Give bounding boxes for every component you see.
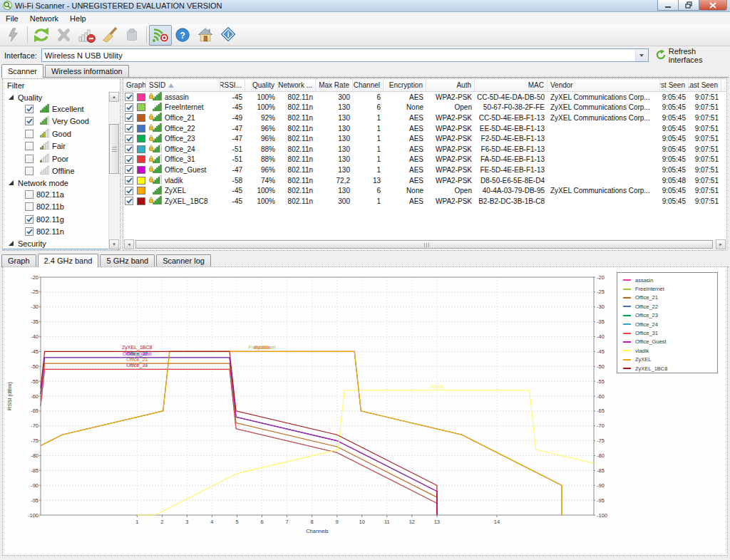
column-header-network[interactable]: Network ... bbox=[278, 79, 316, 91]
tab-graph[interactable]: Graph bbox=[1, 254, 36, 266]
close-button[interactable] bbox=[699, 0, 727, 11]
combobox-dropdown-button[interactable] bbox=[635, 49, 648, 61]
checkbox[interactable] bbox=[125, 113, 133, 122]
about-button[interactable]: i bbox=[217, 25, 240, 46]
tab-5-ghz-band[interactable]: 5 GHz band bbox=[100, 254, 155, 266]
checkbox[interactable] bbox=[25, 190, 34, 199]
maximize-button[interactable] bbox=[678, 0, 699, 11]
checkbox[interactable] bbox=[125, 176, 133, 185]
table-horizontal-scrollbar[interactable]: ◄ ► bbox=[124, 239, 726, 249]
checkbox[interactable] bbox=[125, 155, 133, 164]
column-header-mac[interactable]: MAC bbox=[475, 79, 548, 91]
filter-item-802-11g[interactable]: 802.11g bbox=[3, 213, 120, 226]
tab-scanner-log[interactable]: Scanner log bbox=[156, 254, 211, 266]
column-header-last_seen[interactable]: Last Seen bbox=[689, 79, 721, 91]
refresh-button[interactable] bbox=[30, 25, 53, 46]
filter-item-label: Fair bbox=[52, 142, 66, 150]
checkbox[interactable] bbox=[125, 197, 133, 205]
start-scan-button[interactable] bbox=[2, 25, 25, 46]
checkbox[interactable] bbox=[25, 117, 34, 125]
column-header-quality[interactable]: Quality bbox=[245, 79, 278, 91]
scrollbar-thumb[interactable] bbox=[135, 240, 713, 249]
filter-group-network-mode[interactable]: Network mode bbox=[3, 177, 120, 188]
column-header-rssi[interactable]: RSSI... bbox=[220, 79, 245, 91]
table-row-Office_21[interactable]: Office_21-4992%802.11n1301AESWPA2-PSKCC-… bbox=[123, 113, 726, 123]
cell-quality: 96% bbox=[245, 133, 278, 144]
table-row-vladik[interactable]: vladik-5874%802.11n72,213AESWPA2-PSKD8-5… bbox=[123, 175, 726, 186]
table-row-Office_31[interactable]: Office_31-5188%802.11n1301AESWPA2-PSKFA-… bbox=[123, 155, 726, 165]
filter-item-good[interactable]: Good bbox=[3, 128, 120, 140]
table-row-Office_Guest[interactable]: Office_Guest-4796%802.11n1301AESWPA2-PSK… bbox=[123, 165, 726, 175]
menu-help[interactable]: Help bbox=[64, 14, 92, 24]
filter-item-excellent[interactable]: Excellent bbox=[3, 103, 120, 115]
stop-scan-toggle[interactable] bbox=[149, 25, 172, 46]
table-row-Office_24[interactable]: Office_24-5188%802.11n1301AESWPA2-PSKF6-… bbox=[123, 144, 726, 155]
checkbox[interactable] bbox=[125, 135, 133, 143]
checkbox[interactable] bbox=[25, 105, 34, 113]
tab-scanner[interactable]: Scanner bbox=[1, 64, 43, 78]
menu-file[interactable]: File bbox=[0, 14, 24, 24]
scroll-up-arrow[interactable]: ▲ bbox=[109, 92, 119, 102]
table-row-ZyXEL[interactable]: ZyXEL-45100%802.11n1306NoneOpen40-4A-03-… bbox=[123, 185, 726, 196]
checkbox[interactable] bbox=[25, 215, 34, 224]
interface-combobox[interactable]: Wireless N USB Utility bbox=[41, 48, 649, 62]
column-header-graph[interactable]: Graph bbox=[123, 79, 146, 91]
filter-item-fair[interactable]: Fair bbox=[3, 140, 120, 153]
refresh-interfaces-button[interactable]: Refresh interfaces bbox=[656, 47, 730, 64]
checkbox[interactable] bbox=[125, 124, 133, 133]
checkbox[interactable] bbox=[25, 202, 34, 211]
table-row-FreeInternet[interactable]: FreeInternet-45100%802.11n1306NoneOpen50… bbox=[123, 103, 726, 113]
scroll-down-arrow[interactable]: ▼ bbox=[109, 239, 119, 249]
checkbox[interactable] bbox=[25, 130, 34, 138]
cell-first_seen: 9:05:45 bbox=[660, 103, 689, 113]
menu-network[interactable]: Network bbox=[24, 14, 64, 24]
checkbox[interactable] bbox=[125, 165, 133, 174]
delete-button[interactable] bbox=[53, 25, 76, 46]
filter-item-poor[interactable]: Poor bbox=[3, 152, 120, 165]
help-button[interactable]: ? bbox=[172, 25, 195, 46]
clear-button[interactable] bbox=[98, 25, 121, 46]
cell-value: 130 bbox=[338, 125, 350, 133]
filter-group-quality[interactable]: Quality bbox=[3, 92, 120, 103]
checkbox[interactable] bbox=[25, 155, 34, 163]
remove-signal-button[interactable] bbox=[76, 25, 98, 46]
tab-2-4-ghz-band[interactable]: 2.4 GHz band bbox=[38, 254, 99, 267]
checkbox[interactable] bbox=[25, 227, 34, 236]
filter-item-offline[interactable]: Offline bbox=[3, 165, 120, 178]
scroll-right-arrow[interactable]: ► bbox=[716, 239, 726, 249]
table-row-Office_22[interactable]: Office_22-4796%802.11n1301AESWPA2-PSKEE-… bbox=[123, 123, 726, 134]
scrollbar-thumb[interactable] bbox=[109, 124, 119, 174]
column-header-ssid[interactable]: SSID bbox=[146, 79, 220, 91]
checkbox[interactable] bbox=[25, 142, 34, 150]
interface-combobox-value: Wireless N USB Utility bbox=[45, 51, 123, 60]
column-header-encryption[interactable]: Encryption bbox=[384, 79, 426, 91]
column-header-vendor[interactable]: Vendor bbox=[548, 79, 660, 91]
table-row-ZyXEL_1BC8[interactable]: ZyXEL_1BC8-45100%802.11n3001AESWPA2-PSKB… bbox=[123, 196, 726, 207]
refresh-icon bbox=[656, 50, 666, 61]
column-header-auth[interactable]: Auth bbox=[426, 79, 475, 91]
minimize-button[interactable] bbox=[657, 0, 679, 11]
tab-wireless-information[interactable]: Wireless information bbox=[45, 65, 129, 77]
filter-item-802-11n[interactable]: 802.11n bbox=[3, 226, 120, 239]
filter-item-802-11a[interactable]: 802.11a bbox=[3, 188, 120, 201]
column-header-channel[interactable]: Channel bbox=[353, 79, 384, 91]
column-header-max_rate[interactable]: Max Rate bbox=[316, 79, 353, 91]
filter-group-security[interactable]: Security bbox=[3, 238, 120, 249]
column-header-first_seen[interactable]: First Seen bbox=[660, 79, 689, 91]
filter-scrollbar[interactable]: ▲ ▼ bbox=[108, 92, 119, 249]
checkbox[interactable] bbox=[125, 145, 133, 153]
home-button[interactable] bbox=[195, 25, 217, 46]
checkbox[interactable] bbox=[125, 103, 133, 112]
legend-line-swatch bbox=[623, 279, 631, 281]
checkbox[interactable] bbox=[25, 167, 34, 175]
checkbox[interactable] bbox=[125, 93, 133, 101]
checkbox[interactable] bbox=[125, 187, 133, 195]
table-row-Office_23[interactable]: Office_23-4796%802.11n1301AESWPA2-PSKF2-… bbox=[123, 133, 726, 144]
scroll-left-arrow[interactable]: ◄ bbox=[124, 239, 134, 249]
filter-item-802-11b[interactable]: 802.11b bbox=[3, 201, 120, 214]
table-row-assasin[interactable]: assasin-45100%802.11n3006AESWPA2-PSKCC-5… bbox=[123, 92, 726, 103]
filter-item-open[interactable]: Open bbox=[3, 249, 120, 251]
copy-button[interactable] bbox=[121, 25, 144, 46]
filter-item-very-good[interactable]: Very Good bbox=[3, 115, 120, 128]
y-axis-tick-label: -30 bbox=[597, 304, 605, 310]
